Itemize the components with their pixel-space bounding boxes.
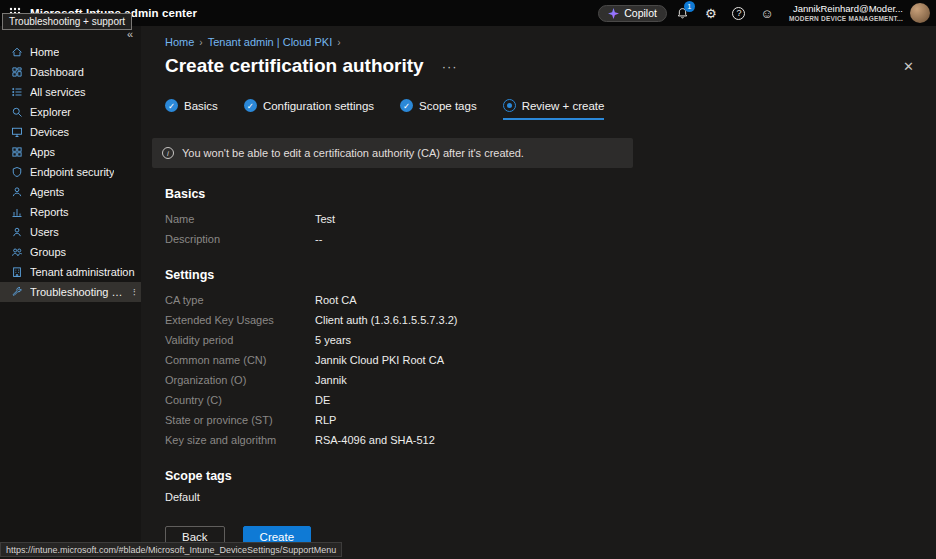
field-label: Key size and algorithm bbox=[165, 434, 315, 446]
sidebar-item-reports[interactable]: Reports bbox=[0, 202, 141, 222]
field-label: CA type bbox=[165, 294, 315, 306]
settings-gear-icon[interactable] bbox=[699, 1, 723, 25]
info-banner-text: You won't be able to edit a certificatio… bbox=[182, 147, 524, 159]
chevron-right-icon bbox=[199, 37, 202, 48]
monitor-icon bbox=[10, 126, 23, 139]
sidebar-item-devices[interactable]: Devices bbox=[0, 122, 141, 142]
list-icon bbox=[10, 86, 23, 99]
check-icon bbox=[165, 99, 178, 112]
field-value: 5 years bbox=[315, 334, 912, 346]
copilot-label: Copilot bbox=[624, 7, 657, 19]
dashboard-icon bbox=[10, 66, 23, 79]
user-icon bbox=[10, 226, 23, 239]
copilot-icon bbox=[608, 8, 619, 19]
more-options-icon[interactable] bbox=[133, 287, 136, 298]
wizard-steps: Basics Configuration settings Scope tags… bbox=[165, 99, 936, 120]
field-row: Extended Key Usages Client auth (1.3.6.1… bbox=[165, 310, 912, 330]
help-icon[interactable] bbox=[727, 1, 751, 25]
scope-tag-value: Default bbox=[165, 491, 912, 503]
sidebar-item-label: Endpoint security bbox=[30, 166, 114, 178]
field-value: Client auth (1.3.6.1.5.5.7.3.2) bbox=[315, 314, 912, 326]
field-row: Organization (O) Jannik bbox=[165, 370, 912, 390]
step-label: Basics bbox=[184, 100, 218, 112]
breadcrumb: Home Tenant admin | Cloud PKI bbox=[141, 26, 936, 48]
field-row: CA type Root CA bbox=[165, 290, 912, 310]
field-value: DE bbox=[315, 394, 912, 406]
sidebar-item-apps[interactable]: Apps bbox=[0, 142, 141, 162]
shield-icon bbox=[10, 166, 23, 179]
sidebar: Home Dashboard All services Explorer Dev… bbox=[0, 26, 141, 559]
check-icon bbox=[244, 99, 257, 112]
field-row: Common name (CN) Jannik Cloud PKI Root C… bbox=[165, 350, 912, 370]
notifications-bell-icon[interactable]: 1 bbox=[671, 1, 695, 25]
sidebar-item-agents[interactable]: Agents bbox=[0, 182, 141, 202]
top-bar: Microsoft Intune admin center Copilot 1 … bbox=[0, 0, 936, 26]
tab-review-create[interactable]: Review + create bbox=[503, 99, 605, 120]
field-value: Root CA bbox=[315, 294, 912, 306]
intune-admin-center: Microsoft Intune admin center Copilot 1 … bbox=[0, 0, 936, 559]
more-menu-icon[interactable] bbox=[442, 59, 458, 74]
tab-scope-tags[interactable]: Scope tags bbox=[400, 99, 477, 120]
sidebar-item-explorer[interactable]: Explorer bbox=[0, 102, 141, 122]
active-step-icon bbox=[503, 99, 516, 112]
tab-basics[interactable]: Basics bbox=[165, 99, 218, 120]
sidebar-item-label: Tenant administration bbox=[30, 266, 135, 278]
sidebar-item-label: Groups bbox=[30, 246, 66, 258]
sidebar-item-label: Reports bbox=[30, 206, 69, 218]
copilot-button[interactable]: Copilot bbox=[598, 5, 667, 22]
sidebar-item-all-services[interactable]: All services bbox=[0, 82, 141, 102]
user-name: JannikReinhard@Moder... bbox=[793, 4, 903, 15]
sidebar-item-label: Home bbox=[30, 46, 59, 58]
breadcrumb-home-link[interactable]: Home bbox=[165, 36, 194, 48]
account-info[interactable]: JannikReinhard@Moder... MODERN DEVICE MA… bbox=[789, 4, 903, 22]
home-icon bbox=[10, 46, 23, 59]
info-icon bbox=[162, 147, 174, 159]
field-label: Validity period bbox=[165, 334, 315, 346]
tooltip: Troubleshooting + support bbox=[2, 13, 132, 30]
chevron-right-icon bbox=[337, 37, 340, 48]
sidebar-item-label: All services bbox=[30, 86, 86, 98]
sidebar-item-endpoint-security[interactable]: Endpoint security bbox=[0, 162, 141, 182]
field-row: Validity period 5 years bbox=[165, 330, 912, 350]
field-label: Country (C) bbox=[165, 394, 315, 406]
sidebar-item-troubleshooting-support[interactable]: Troubleshooting + support bbox=[0, 282, 141, 302]
search-icon bbox=[10, 106, 23, 119]
section-heading-settings: Settings bbox=[165, 268, 912, 282]
sidebar-item-label: Users bbox=[30, 226, 59, 238]
field-row: Description -- bbox=[165, 229, 912, 249]
sidebar-item-groups[interactable]: Groups bbox=[0, 242, 141, 262]
agent-icon bbox=[10, 186, 23, 199]
sidebar-item-dashboard[interactable]: Dashboard bbox=[0, 62, 141, 82]
field-label: Extended Key Usages bbox=[165, 314, 315, 326]
field-value: RSA-4096 and SHA-512 bbox=[315, 434, 912, 446]
field-label: Name bbox=[165, 213, 315, 225]
tab-configuration-settings[interactable]: Configuration settings bbox=[244, 99, 374, 120]
field-row: State or province (ST) RLP bbox=[165, 410, 912, 430]
help-glyph bbox=[732, 7, 745, 20]
sidebar-item-label: Explorer bbox=[30, 106, 71, 118]
check-icon bbox=[400, 99, 413, 112]
section-heading-scope-tags: Scope tags bbox=[165, 469, 912, 483]
feedback-smiley-icon[interactable] bbox=[755, 1, 779, 25]
breadcrumb-section-link[interactable]: Tenant admin | Cloud PKI bbox=[208, 36, 333, 48]
field-label: Description bbox=[165, 233, 315, 245]
field-label: State or province (ST) bbox=[165, 414, 315, 426]
sidebar-item-label: Dashboard bbox=[30, 66, 84, 78]
people-icon bbox=[10, 246, 23, 259]
avatar[interactable] bbox=[910, 3, 930, 23]
step-label: Scope tags bbox=[419, 100, 477, 112]
notification-badge: 1 bbox=[684, 1, 695, 12]
step-label: Review + create bbox=[522, 100, 605, 112]
user-organization: MODERN DEVICE MANAGEMENT... bbox=[789, 15, 903, 22]
sidebar-item-label: Troubleshooting + support bbox=[30, 286, 126, 298]
sidebar-item-home[interactable]: Home bbox=[0, 42, 141, 62]
apps-grid-icon bbox=[10, 146, 23, 159]
field-value: RLP bbox=[315, 414, 912, 426]
close-icon[interactable] bbox=[903, 59, 914, 74]
bar-chart-icon bbox=[10, 206, 23, 219]
main-blade: Home Tenant admin | Cloud PKI Create cer… bbox=[141, 26, 936, 559]
sidebar-item-tenant-administration[interactable]: Tenant administration bbox=[0, 262, 141, 282]
sidebar-item-users[interactable]: Users bbox=[0, 222, 141, 242]
field-row: Key size and algorithm RSA-4096 and SHA-… bbox=[165, 430, 912, 450]
review-summary: Basics Name Test Description -- Settings… bbox=[141, 187, 936, 503]
